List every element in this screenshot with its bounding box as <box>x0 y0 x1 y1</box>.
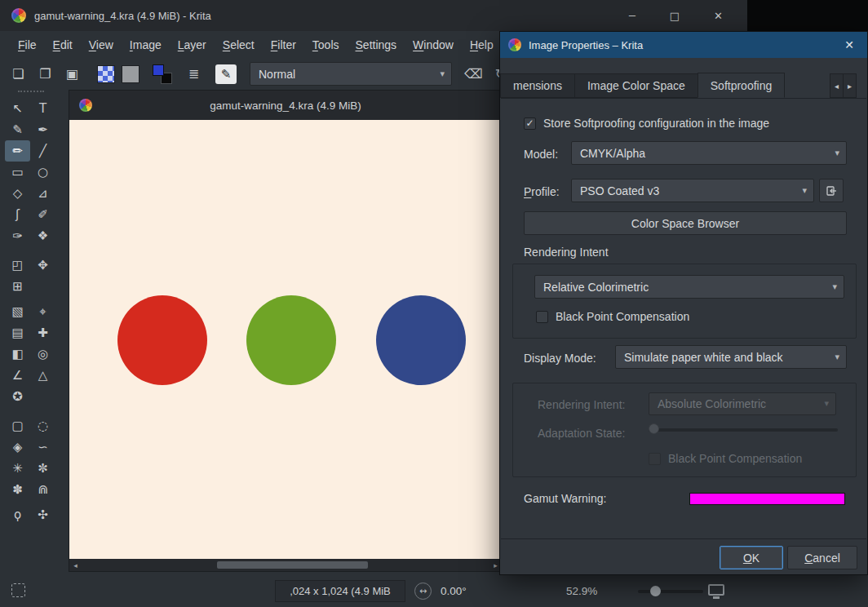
close-button[interactable]: ✕ <box>714 10 723 22</box>
tool-reference-images[interactable]: ✪ <box>5 386 30 407</box>
profile-select[interactable]: PSO Coated v3 <box>571 179 814 202</box>
open-document-icon[interactable]: ❐ <box>35 64 55 84</box>
ok-button[interactable]: OK <box>720 546 783 569</box>
tool-gradient[interactable]: ▧ <box>5 301 30 322</box>
tab-dimensions[interactable]: mensions <box>500 73 575 98</box>
tool-bezier-select[interactable]: ✽ <box>5 479 30 500</box>
paper-simulation-group: Rendering Intent: Absolute Colorimetric … <box>512 383 857 477</box>
pattern-chooser-swatch[interactable] <box>122 65 140 83</box>
zoom-slider-handle[interactable] <box>650 586 661 596</box>
color-space-browser-button[interactable]: Color Space Browser <box>524 211 847 235</box>
tool-calligraphy[interactable]: ✒ <box>30 119 55 140</box>
store-softproofing-checkbox[interactable]: ✓ Store Softproofing configuration in th… <box>524 117 769 130</box>
black-point-compensation-checkbox[interactable]: Black Point Compensation <box>536 310 689 323</box>
tool-magnetic-select[interactable]: ⋒ <box>30 479 55 500</box>
slider-handle <box>649 423 659 434</box>
tab-scroll-left-icon[interactable]: ◂ <box>830 73 844 98</box>
menu-view[interactable]: View <box>81 34 122 55</box>
tool-crop[interactable]: ⊞ <box>5 276 30 297</box>
tool-polygon[interactable]: ◇ <box>5 183 30 204</box>
foreground-color-swatch[interactable] <box>153 64 164 76</box>
tab-scroll-right-icon[interactable]: ▸ <box>843 73 857 98</box>
model-select[interactable]: CMYK/Alpha <box>571 141 847 165</box>
menu-filter[interactable]: Filter <box>263 34 304 55</box>
tool-transform[interactable]: ◰ <box>5 255 30 276</box>
rendering-intent-select[interactable]: Relative Colorimetric <box>534 275 844 299</box>
tool-polygon-select[interactable]: ◈ <box>5 436 30 458</box>
eraser-mode-icon[interactable]: ⌫ <box>463 64 484 84</box>
tool-smart-patch[interactable]: ✚ <box>30 322 55 343</box>
fit-to-screen-icon[interactable] <box>708 584 724 596</box>
foreground-background-colors[interactable] <box>153 64 172 84</box>
minimize-button[interactable]: ─ <box>629 10 636 22</box>
tool-assistants[interactable]: △ <box>30 365 55 386</box>
tool-color-sampler[interactable]: ⌖ <box>30 301 55 322</box>
selection-indicator-icon[interactable] <box>11 583 25 597</box>
new-document-icon[interactable]: ❏ <box>8 64 29 84</box>
tool-polyline[interactable]: ⊿ <box>30 183 55 204</box>
zoom-slider[interactable] <box>638 590 703 593</box>
tool-edit-shapes[interactable]: ✎ <box>5 119 30 140</box>
import-profile-button[interactable] <box>819 179 844 202</box>
adaptation-state-slider <box>649 423 838 436</box>
tool-rectangle[interactable]: ▭ <box>5 162 30 183</box>
dialog-krita-icon <box>508 38 521 51</box>
tool-select-shapes[interactable]: ↖ <box>5 98 30 119</box>
maximize-button[interactable]: □ <box>670 10 680 22</box>
main-titlebar: gamut-warning_4.kra (4.9 MiB) - Krita ─ … <box>0 0 747 31</box>
menu-select[interactable]: Select <box>215 34 263 55</box>
gradient-chooser-swatch[interactable] <box>97 65 115 83</box>
tool-multibrush[interactable]: ❖ <box>30 225 55 246</box>
brush-editor-button[interactable]: ✎ <box>215 64 237 84</box>
tool-freehand-path[interactable]: ✐ <box>30 204 55 225</box>
tab-softproofing[interactable]: Softproofing <box>698 73 786 98</box>
tool-move[interactable]: ✥ <box>30 255 55 276</box>
tool-ellipse-select[interactable]: ◌ <box>30 415 55 436</box>
menu-window[interactable]: Window <box>405 34 462 55</box>
tool-freehand-brush[interactable]: ✏ <box>5 140 30 162</box>
blending-mode-select[interactable]: Normal <box>250 62 452 86</box>
scroll-left-icon[interactable]: ◂ <box>70 559 81 571</box>
image-size-display[interactable]: ,024 x 1,024 (4.9 MiB <box>275 580 405 602</box>
tool-line[interactable]: ╱ <box>30 140 55 162</box>
tool-similar-select[interactable]: ✼ <box>30 458 55 479</box>
brush-presets-icon[interactable]: ≣ <box>184 64 204 84</box>
dialog-close-icon[interactable]: ✕ <box>839 37 859 53</box>
tool-enclose-fill[interactable]: ◎ <box>30 343 55 365</box>
tool-measure[interactable]: ∠ <box>5 365 30 386</box>
menu-file[interactable]: File <box>10 34 45 55</box>
tool-fill[interactable]: ◧ <box>5 343 30 365</box>
tool-ellipse[interactable]: ○ <box>30 162 55 183</box>
menu-settings[interactable]: Settings <box>348 34 405 55</box>
menu-edit[interactable]: Edit <box>45 34 81 55</box>
tool-freehand-select[interactable]: ∽ <box>30 436 55 458</box>
tab-image-color-space[interactable]: Image Color Space <box>574 73 698 98</box>
statusbar: ,024 x 1,024 (4.9 MiB ↔ 0.00° 52.9% <box>0 575 868 607</box>
canvas-rotation-icon[interactable]: ↔ <box>414 583 432 600</box>
horizontal-scrollbar[interactable]: ◂ ▸ <box>69 559 502 571</box>
checkbox-unchecked-icon <box>536 311 548 323</box>
tool-zoom[interactable]: ϙ <box>5 504 30 525</box>
menu-help[interactable]: Help <box>462 34 502 55</box>
canvas[interactable] <box>69 120 502 559</box>
save-icon[interactable]: ▣ <box>62 64 82 84</box>
tool-pan[interactable]: ✣ <box>30 504 55 525</box>
toolbox-drag-handle[interactable] <box>18 91 44 92</box>
tool-text[interactable]: T <box>30 98 55 119</box>
tool-rect-select[interactable]: ▢ <box>5 415 30 436</box>
scrollbar-handle[interactable] <box>217 561 368 569</box>
adaptation-state-label: Adaptation State: <box>538 427 625 440</box>
tool-pattern[interactable]: ▤ <box>5 322 30 343</box>
display-mode-select[interactable]: Simulate paper white and black <box>615 345 847 369</box>
adv-rendering-intent-select: Absolute Colorimetric <box>649 392 836 415</box>
softproofing-pane: ✓ Store Softproofing configuration in th… <box>501 98 866 539</box>
tool-bezier-curve[interactable]: ʃ <box>5 204 30 225</box>
menu-image[interactable]: Image <box>122 34 170 55</box>
tool-contiguous-select[interactable]: ✳ <box>5 458 30 479</box>
cancel-button[interactable]: Cancel <box>787 546 857 569</box>
menu-layer[interactable]: Layer <box>170 34 215 55</box>
gamut-warning-color-swatch[interactable] <box>689 493 845 505</box>
menu-tools[interactable]: Tools <box>304 34 348 55</box>
black-point-compensation-label: Black Point Compensation <box>556 310 689 323</box>
tool-dynamic-brush[interactable]: ✑ <box>5 225 30 246</box>
